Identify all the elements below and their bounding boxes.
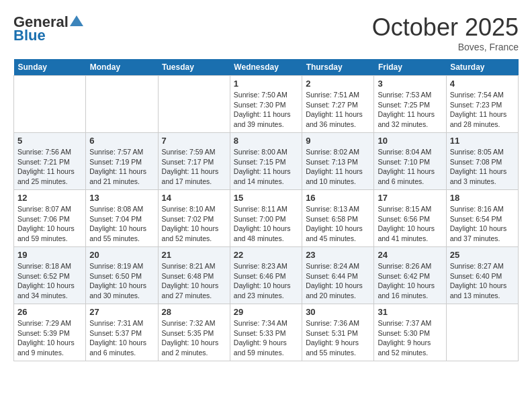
day-number: 31: [378, 307, 442, 317]
day-cell-w4d0: 26Sunrise: 7:29 AMSunset: 5:39 PMDayligh…: [14, 304, 86, 361]
day-cell-w1d0: 5Sunrise: 7:56 AMSunset: 7:21 PMDaylight…: [14, 133, 86, 190]
day-number: 29: [234, 307, 298, 317]
page-header: General Blue October 2025 Boves, France: [13, 13, 519, 52]
day-number: 28: [162, 307, 226, 317]
day-cell-w0d5: 3Sunrise: 7:53 AMSunset: 7:25 PMDaylight…: [374, 76, 446, 133]
day-cell-w3d1: 20Sunrise: 8:19 AMSunset: 6:50 PMDayligh…: [86, 247, 158, 304]
day-cell-w1d5: 10Sunrise: 8:04 AMSunset: 7:10 PMDayligh…: [374, 133, 446, 190]
day-cell-w2d2: 14Sunrise: 8:10 AMSunset: 7:02 PMDayligh…: [158, 190, 230, 247]
day-cell-w1d6: 11Sunrise: 8:05 AMSunset: 7:08 PMDayligh…: [446, 133, 518, 190]
weekday-monday: Monday: [86, 59, 158, 76]
day-number: 12: [17, 193, 82, 203]
day-detail: Sunrise: 8:15 AMSunset: 6:56 PMDaylight:…: [378, 204, 442, 244]
day-cell-w4d2: 28Sunrise: 7:32 AMSunset: 5:35 PMDayligh…: [158, 304, 230, 361]
weekday-friday: Friday: [374, 59, 446, 76]
day-detail: Sunrise: 8:27 AMSunset: 6:40 PMDaylight:…: [450, 261, 515, 301]
location: Boves, France: [372, 42, 519, 52]
day-number: 8: [234, 136, 298, 146]
day-number: 11: [450, 136, 515, 146]
day-detail: Sunrise: 7:37 AMSunset: 5:30 PMDaylight:…: [378, 318, 442, 358]
day-number: 26: [17, 307, 82, 317]
svg-marker-0: [70, 15, 83, 26]
day-number: 7: [162, 136, 226, 146]
day-cell-w4d3: 29Sunrise: 7:34 AMSunset: 5:33 PMDayligh…: [230, 304, 302, 361]
title-block: October 2025 Boves, France: [372, 13, 519, 52]
day-detail: Sunrise: 7:51 AMSunset: 7:27 PMDaylight:…: [306, 90, 370, 130]
day-detail: Sunrise: 7:56 AMSunset: 7:21 PMDaylight:…: [17, 147, 82, 187]
day-detail: Sunrise: 8:21 AMSunset: 6:48 PMDaylight:…: [162, 261, 226, 301]
day-cell-w1d4: 9Sunrise: 8:02 AMSunset: 7:13 PMDaylight…: [302, 133, 374, 190]
day-number: 6: [89, 136, 154, 146]
day-number: 18: [450, 193, 515, 203]
day-number: 21: [162, 250, 226, 260]
calendar: SundayMondayTuesdayWednesdayThursdayFrid…: [13, 59, 519, 361]
day-number: 30: [306, 307, 370, 317]
weekday-tuesday: Tuesday: [158, 59, 230, 76]
day-number: 27: [89, 307, 154, 317]
day-cell-w0d3: 1Sunrise: 7:50 AMSunset: 7:30 PMDaylight…: [230, 76, 302, 133]
day-cell-w2d5: 17Sunrise: 8:15 AMSunset: 6:56 PMDayligh…: [374, 190, 446, 247]
day-cell-w0d2: [158, 76, 230, 133]
day-number: 14: [162, 193, 226, 203]
weekday-wednesday: Wednesday: [230, 59, 302, 76]
day-number: 19: [17, 250, 82, 260]
day-cell-w2d0: 12Sunrise: 8:07 AMSunset: 7:06 PMDayligh…: [14, 190, 86, 247]
weekday-thursday: Thursday: [302, 59, 374, 76]
day-number: 24: [378, 250, 442, 260]
week-row-0: 1Sunrise: 7:50 AMSunset: 7:30 PMDaylight…: [14, 76, 519, 133]
day-cell-w1d2: 7Sunrise: 7:59 AMSunset: 7:17 PMDaylight…: [158, 133, 230, 190]
day-detail: Sunrise: 8:11 AMSunset: 7:00 PMDaylight:…: [234, 204, 298, 244]
logo: General Blue: [13, 13, 83, 44]
month-title: October 2025: [372, 13, 519, 42]
day-number: 4: [450, 79, 515, 89]
day-detail: Sunrise: 7:29 AMSunset: 5:39 PMDaylight:…: [17, 318, 82, 358]
day-number: 15: [234, 193, 298, 203]
day-detail: Sunrise: 7:31 AMSunset: 5:37 PMDaylight:…: [89, 318, 154, 358]
day-cell-w0d4: 2Sunrise: 7:51 AMSunset: 7:27 PMDaylight…: [302, 76, 374, 133]
day-cell-w2d6: 18Sunrise: 8:16 AMSunset: 6:54 PMDayligh…: [446, 190, 518, 247]
day-cell-w1d3: 8Sunrise: 8:00 AMSunset: 7:15 PMDaylight…: [230, 133, 302, 190]
day-number: 20: [89, 250, 154, 260]
day-detail: Sunrise: 8:13 AMSunset: 6:58 PMDaylight:…: [306, 204, 370, 244]
weekday-saturday: Saturday: [446, 59, 518, 76]
day-cell-w2d3: 15Sunrise: 8:11 AMSunset: 7:00 PMDayligh…: [230, 190, 302, 247]
day-detail: Sunrise: 8:02 AMSunset: 7:13 PMDaylight:…: [306, 147, 370, 187]
day-cell-w4d4: 30Sunrise: 7:36 AMSunset: 5:31 PMDayligh…: [302, 304, 374, 361]
day-detail: Sunrise: 8:24 AMSunset: 6:44 PMDaylight:…: [306, 261, 370, 301]
day-number: 23: [306, 250, 370, 260]
weekday-header-row: SundayMondayTuesdayWednesdayThursdayFrid…: [14, 59, 519, 76]
day-detail: Sunrise: 8:07 AMSunset: 7:06 PMDaylight:…: [17, 204, 82, 244]
day-number: 5: [17, 136, 82, 146]
day-cell-w0d1: [86, 76, 158, 133]
day-cell-w3d6: 25Sunrise: 8:27 AMSunset: 6:40 PMDayligh…: [446, 247, 518, 304]
day-detail: Sunrise: 7:36 AMSunset: 5:31 PMDaylight:…: [306, 318, 370, 358]
day-detail: Sunrise: 8:23 AMSunset: 6:46 PMDaylight:…: [234, 261, 298, 301]
day-cell-w3d2: 21Sunrise: 8:21 AMSunset: 6:48 PMDayligh…: [158, 247, 230, 304]
day-number: 22: [234, 250, 298, 260]
day-cell-w3d3: 22Sunrise: 8:23 AMSunset: 6:46 PMDayligh…: [230, 247, 302, 304]
day-detail: Sunrise: 8:26 AMSunset: 6:42 PMDaylight:…: [378, 261, 442, 301]
day-number: 25: [450, 250, 515, 260]
week-row-4: 26Sunrise: 7:29 AMSunset: 5:39 PMDayligh…: [14, 304, 519, 361]
day-detail: Sunrise: 8:05 AMSunset: 7:08 PMDaylight:…: [450, 147, 515, 187]
day-detail: Sunrise: 7:53 AMSunset: 7:25 PMDaylight:…: [378, 90, 442, 130]
day-cell-w0d6: 4Sunrise: 7:54 AMSunset: 7:23 PMDaylight…: [446, 76, 518, 133]
day-cell-w2d1: 13Sunrise: 8:08 AMSunset: 7:04 PMDayligh…: [86, 190, 158, 247]
day-cell-w3d0: 19Sunrise: 8:18 AMSunset: 6:52 PMDayligh…: [14, 247, 86, 304]
week-row-3: 19Sunrise: 8:18 AMSunset: 6:52 PMDayligh…: [14, 247, 519, 304]
day-detail: Sunrise: 8:19 AMSunset: 6:50 PMDaylight:…: [89, 261, 154, 301]
week-row-1: 5Sunrise: 7:56 AMSunset: 7:21 PMDaylight…: [14, 133, 519, 190]
day-detail: Sunrise: 7:59 AMSunset: 7:17 PMDaylight:…: [162, 147, 226, 187]
day-cell-w3d4: 23Sunrise: 8:24 AMSunset: 6:44 PMDayligh…: [302, 247, 374, 304]
day-detail: Sunrise: 8:08 AMSunset: 7:04 PMDaylight:…: [89, 204, 154, 244]
day-cell-w4d5: 31Sunrise: 7:37 AMSunset: 5:30 PMDayligh…: [374, 304, 446, 361]
day-detail: Sunrise: 7:50 AMSunset: 7:30 PMDaylight:…: [234, 90, 298, 130]
day-detail: Sunrise: 7:32 AMSunset: 5:35 PMDaylight:…: [162, 318, 226, 358]
week-row-2: 12Sunrise: 8:07 AMSunset: 7:06 PMDayligh…: [14, 190, 519, 247]
day-cell-w4d1: 27Sunrise: 7:31 AMSunset: 5:37 PMDayligh…: [86, 304, 158, 361]
day-number: 1: [234, 79, 298, 89]
day-number: 10: [378, 136, 442, 146]
day-detail: Sunrise: 8:00 AMSunset: 7:15 PMDaylight:…: [234, 147, 298, 187]
day-cell-w3d5: 24Sunrise: 8:26 AMSunset: 6:42 PMDayligh…: [374, 247, 446, 304]
day-number: 16: [306, 193, 370, 203]
